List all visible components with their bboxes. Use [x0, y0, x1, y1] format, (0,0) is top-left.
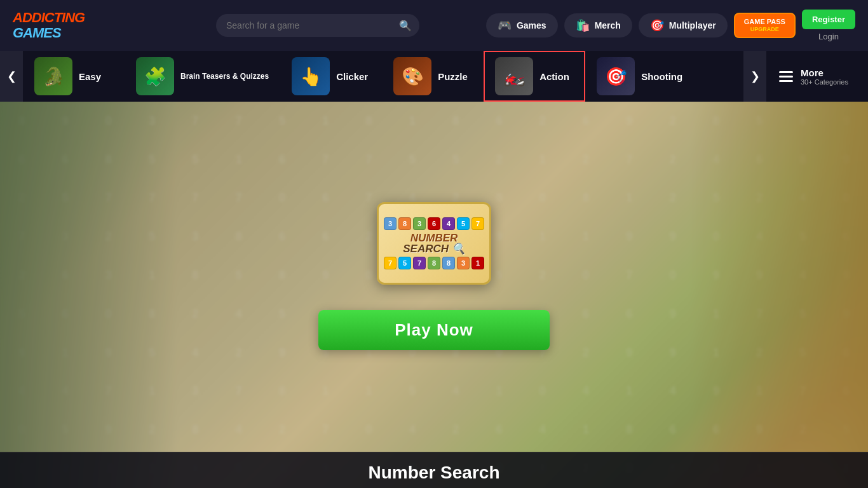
tile-3c: 3: [457, 257, 470, 269]
tile-8c: 8: [442, 257, 455, 269]
tile-6: 6: [428, 217, 440, 230]
shooting-thumb: 🎯: [597, 57, 635, 95]
category-item-shooting[interactable]: 🎯 Shooting: [585, 51, 694, 102]
tile-5b: 5: [398, 257, 411, 269]
easy-thumb: 🐊: [34, 57, 72, 95]
tiles-top-row: 3 8 3 6 4 5 7: [384, 217, 484, 230]
tile-8b: 8: [428, 257, 440, 269]
puzzle-label: Puzzle: [438, 71, 468, 82]
more-categories-button[interactable]: More 30+ Categories: [766, 51, 868, 102]
hero-content: 3 8 3 6 4 5 7 NUMBER SEARCH 🔍 7 5 7 8 8 …: [318, 202, 550, 350]
puzzle-thumb: 🎨: [393, 57, 431, 95]
easy-label: Easy: [79, 71, 101, 82]
game-pass-button[interactable]: GAME PASS UPGRADE: [734, 13, 796, 38]
multiplayer-nav-button[interactable]: 🎯 Multiplayer: [639, 13, 728, 37]
hero-game-title: Number Search: [0, 463, 868, 483]
tile-3b: 3: [413, 217, 426, 230]
header: ADDICTING GAMES 🔍 🎮 Games 🛍️ Merch 🎯 Mul…: [0, 0, 868, 51]
multiplayer-label: Multiplayer: [669, 20, 716, 30]
login-button[interactable]: Login: [802, 32, 855, 41]
game-pass-label: GAME PASS: [744, 18, 785, 25]
clicker-label: Clicker: [336, 71, 368, 82]
search-input[interactable]: [216, 14, 419, 37]
category-items: 🐊 Easy 🧩 Brain Teasers & Quizzes 👆 Click…: [23, 51, 743, 102]
nav-links: 🎮 Games 🛍️ Merch 🎯 Multiplayer GAME PASS…: [486, 10, 855, 41]
merch-label: Merch: [595, 20, 621, 30]
tile-7c: 7: [413, 257, 426, 269]
multiplayer-icon: 🎯: [650, 18, 664, 32]
category-next-arrow[interactable]: ❯: [743, 51, 766, 102]
games-label: Games: [517, 20, 546, 30]
tile-4: 4: [442, 217, 455, 230]
tile-7a: 7: [471, 217, 484, 230]
category-prev-arrow[interactable]: ❮: [0, 51, 23, 102]
shooting-label: Shooting: [641, 71, 682, 82]
merch-nav-button[interactable]: 🛍️ Merch: [564, 13, 632, 37]
tiles-bottom-row: 7 5 7 8 8 3 1: [384, 257, 484, 269]
search-bar: 🔍: [216, 14, 419, 37]
category-bar: ❮ 🐊 Easy 🧩 Brain Teasers & Quizzes 👆 Cli…: [0, 51, 868, 102]
action-label: Action: [539, 71, 569, 82]
games-icon: 🎮: [498, 18, 512, 32]
game-title-logo: NUMBER SEARCH 🔍: [403, 233, 465, 254]
merch-icon: 🛍️: [576, 18, 590, 32]
category-item-brain[interactable]: 🧩 Brain Teasers & Quizzes: [125, 51, 280, 102]
tile-7b: 7: [384, 257, 397, 269]
play-now-button[interactable]: Play Now: [318, 310, 550, 350]
upgrade-label: UPGRADE: [744, 26, 785, 33]
game-logo: 3 8 3 6 4 5 7 NUMBER SEARCH 🔍 7 5 7 8 8 …: [377, 202, 491, 285]
tile-1: 1: [471, 257, 484, 269]
category-item-easy[interactable]: 🐊 Easy: [23, 51, 125, 102]
brain-label: Brain Teasers & Quizzes: [180, 72, 269, 81]
hero-section: 8903775181862692858966855167755212724689…: [0, 102, 868, 488]
hero-game-title-bar: Number Search: [0, 452, 868, 488]
more-label: More: [801, 67, 848, 78]
site-logo[interactable]: ADDICTING GAMES: [13, 10, 140, 41]
tile-8a: 8: [398, 217, 411, 230]
games-nav-button[interactable]: 🎮 Games: [486, 13, 558, 37]
category-item-clicker[interactable]: 👆 Clicker: [280, 51, 382, 102]
action-thumb: 🏍️: [495, 57, 533, 95]
more-sub-label: 30+ Categories: [801, 78, 848, 86]
search-button[interactable]: 🔍: [399, 20, 412, 32]
tile-5a: 5: [457, 217, 470, 230]
category-item-action[interactable]: 🏍️ Action: [484, 51, 585, 102]
brain-thumb: 🧩: [136, 57, 174, 95]
hamburger-icon: [779, 71, 793, 82]
more-text: More 30+ Categories: [801, 67, 848, 86]
tile-3a: 3: [384, 217, 397, 230]
register-button[interactable]: Register: [802, 10, 855, 29]
category-item-puzzle[interactable]: 🎨 Puzzle: [382, 51, 484, 102]
clicker-thumb: 👆: [292, 57, 330, 95]
